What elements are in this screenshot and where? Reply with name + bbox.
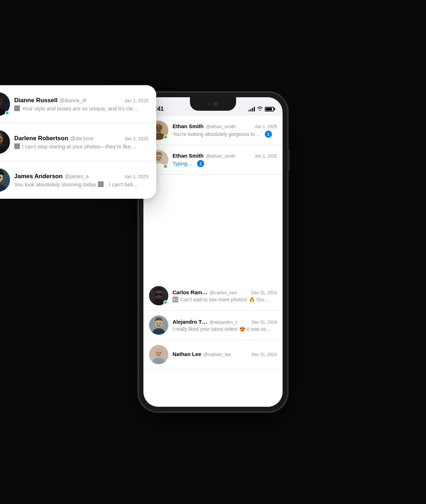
avatar-container-dianne xyxy=(0,92,10,116)
message-date-ethan1: Jan 1, 2025 xyxy=(255,124,277,129)
svg-point-23 xyxy=(157,323,158,324)
online-indicator-ethan1 xyxy=(163,135,168,139)
signal-bar-4 xyxy=(254,107,255,111)
svg-rect-16 xyxy=(159,293,163,296)
sender-info-dianne: Dianne Russell @dianne_rll xyxy=(14,97,121,104)
message-header-darlene: Darlene Robertson @dar1ene Jan 1, 2025 xyxy=(14,135,148,142)
message-item-ethan2[interactable]: Ethan Smith @ethan_smith Jan 1, 2025 Typ… xyxy=(143,145,283,175)
message-item-alejandro[interactable]: Alejandro T… @alejandro_t Dec 31, 2024 I… xyxy=(143,311,283,340)
avatar-nathan xyxy=(149,345,168,364)
avatar-james xyxy=(0,168,10,192)
sender-info-carlos: Carlos Ram… @carlos_ram xyxy=(173,289,249,295)
message-content-darlene: Darlene Robertson @dar1ene Jan 1, 2025 I… xyxy=(14,135,148,149)
sender-name-carlos: Carlos Ram… xyxy=(173,289,207,295)
sender-handle-carlos: @carlos_ram xyxy=(209,290,237,295)
sender-name-james: James Anderson xyxy=(14,173,62,180)
sender-handle-alejandro: @alejandro_t xyxy=(209,319,237,325)
typing-indicator: Typing… xyxy=(173,161,192,166)
message-preview-carlos: Can't wait to see more photos! 🔥 You… xyxy=(173,297,277,302)
message-header-carlos: Carlos Ram… @carlos_ram Dec 31, 2024 xyxy=(173,289,277,295)
wifi-icon xyxy=(257,106,263,112)
sender-info-darlene: Darlene Robertson @dar1ene xyxy=(14,135,121,142)
text-placeholder-darlene xyxy=(14,143,20,149)
signal-bar-2 xyxy=(250,109,251,111)
svg-point-26 xyxy=(155,349,163,357)
message-header-ethan2: Ethan Smith @ethan_smith Jan 1, 2025 xyxy=(173,153,277,159)
image-thumbnail-icon xyxy=(173,297,178,302)
messages-list[interactable]: Ethan Smith @ethan_smith Jan 1, 2025 You… xyxy=(143,116,283,407)
sender-name-nathan: Nathan Lee xyxy=(173,351,201,357)
message-item-darlene[interactable]: Darlene Robertson @dar1ene Jan 1, 2025 I… xyxy=(0,123,156,161)
avatar-container-carlos xyxy=(149,286,168,305)
message-item-carlos[interactable]: Carlos Ram… @carlos_ram Dec 31, 2024 xyxy=(143,281,283,311)
message-date-james: Jan 1, 2025 xyxy=(124,174,148,179)
sender-handle-ethan2: @ethan_smith xyxy=(206,153,236,159)
message-content-ethan1: Ethan Smith @ethan_smith Jan 1, 2025 You… xyxy=(173,123,277,138)
sender-info-ethan2: Ethan Smith @ethan_smith xyxy=(173,153,252,159)
text-placeholder-james xyxy=(98,181,104,187)
sender-handle-dianne: @dianne_rll xyxy=(60,98,86,103)
message-content-nathan: Nathan Lee @nathan_lee Dec 31, 2024 xyxy=(173,351,277,358)
online-indicator-carlos xyxy=(163,300,168,305)
avatar-container-alejandro xyxy=(149,316,168,335)
message-preview-alejandro: I really liked your latest video! 😍 It w… xyxy=(173,326,277,332)
preview-text-darlene: I can't stop staring at your photos—they… xyxy=(22,143,136,149)
avatar-darlene xyxy=(0,130,10,154)
message-preview-ethan1: You're looking absolutely gorgeous to… 1 xyxy=(173,131,277,138)
signal-bar-1 xyxy=(248,110,250,111)
sender-handle-nathan: @nathan_lee xyxy=(203,352,231,357)
preview-text-james-suffix: . I can't beli… xyxy=(106,181,138,187)
svg-point-28 xyxy=(157,352,158,354)
message-item-james[interactable]: James Anderson @james_a Jan 1, 2025 You … xyxy=(0,161,156,199)
phone-frame: 9:41 xyxy=(138,92,288,412)
message-preview-darlene: I can't stop staring at your photos—they… xyxy=(14,143,148,149)
sender-name-ethan2: Ethan Smith xyxy=(173,153,204,159)
sender-info-ethan1: Ethan Smith @ethan_smith xyxy=(173,123,252,129)
phone-screen: 9:41 xyxy=(143,97,283,407)
battery-fill xyxy=(266,108,272,110)
message-item-nathan[interactable]: Nathan Lee @nathan_lee Dec 31, 2024 xyxy=(143,340,283,369)
power-button xyxy=(288,149,290,170)
online-indicator-ethan2 xyxy=(163,164,168,169)
notch xyxy=(190,97,236,111)
message-preview-ethan2: Typing… 1 xyxy=(173,160,277,167)
signal-bar-3 xyxy=(252,108,253,111)
unread-badge-ethan1: 1 xyxy=(265,131,272,138)
message-item-dianne[interactable]: Dianne Russell @dianne_rll Jan 1, 2025 Y… xyxy=(0,85,156,123)
message-content-carlos: Carlos Ram… @carlos_ram Dec 31, 2024 xyxy=(173,289,277,302)
face-sensor xyxy=(208,103,210,105)
preview-text-alejandro: I really liked your latest video! 😍 It w… xyxy=(173,326,271,332)
unread-badge-ethan2: 1 xyxy=(197,160,204,167)
avatar-alejandro xyxy=(149,316,168,335)
sender-info-james: James Anderson @james_a xyxy=(14,173,121,180)
message-content-alejandro: Alejandro T… @alejandro_t Dec 31, 2024 I… xyxy=(173,319,277,332)
sender-handle-ethan1: @ethan_smith xyxy=(206,124,236,129)
online-indicator-dianne xyxy=(5,111,9,115)
text-placeholder-dianne xyxy=(14,105,20,111)
sender-info-nathan: Nathan Lee @nathan_lee xyxy=(173,351,249,357)
message-date-dianne: Jan 1, 2025 xyxy=(124,98,148,103)
svg-point-24 xyxy=(160,323,161,324)
message-date-ethan2: Jan 1, 2025 xyxy=(255,154,277,159)
svg-point-29 xyxy=(160,352,161,354)
message-preview-dianne: Your style and poses are so unique, and … xyxy=(14,105,148,111)
status-icons xyxy=(248,106,274,112)
signal-icon xyxy=(248,106,255,111)
svg-point-6 xyxy=(160,128,161,129)
message-date-darlene: Jan 1, 2025 xyxy=(124,136,148,141)
message-date-nathan: Dec 31, 2024 xyxy=(252,352,277,357)
sender-name-ethan1: Ethan Smith xyxy=(173,123,204,129)
preview-text-ethan1: You're looking absolutely gorgeous to… xyxy=(173,131,260,137)
preview-text-dianne: Your style and poses are so unique, and … xyxy=(22,105,138,111)
svg-rect-18 xyxy=(174,298,177,301)
front-camera xyxy=(213,102,218,106)
floating-card: Dianne Russell @dianne_rll Jan 1, 2025 Y… xyxy=(0,85,156,199)
svg-point-5 xyxy=(157,128,158,129)
message-header-ethan1: Ethan Smith @ethan_smith Jan 1, 2025 xyxy=(173,123,277,129)
avatar-container-darlene xyxy=(0,130,10,154)
message-header-alejandro: Alejandro T… @alejandro_t Dec 31, 2024 xyxy=(173,319,277,325)
sender-name-darlene: Darlene Robertson xyxy=(14,135,68,142)
battery-icon xyxy=(265,107,274,111)
message-item-ethan1[interactable]: Ethan Smith @ethan_smith Jan 1, 2025 You… xyxy=(143,116,283,145)
sender-handle-darlene: @dar1ene xyxy=(70,136,94,141)
